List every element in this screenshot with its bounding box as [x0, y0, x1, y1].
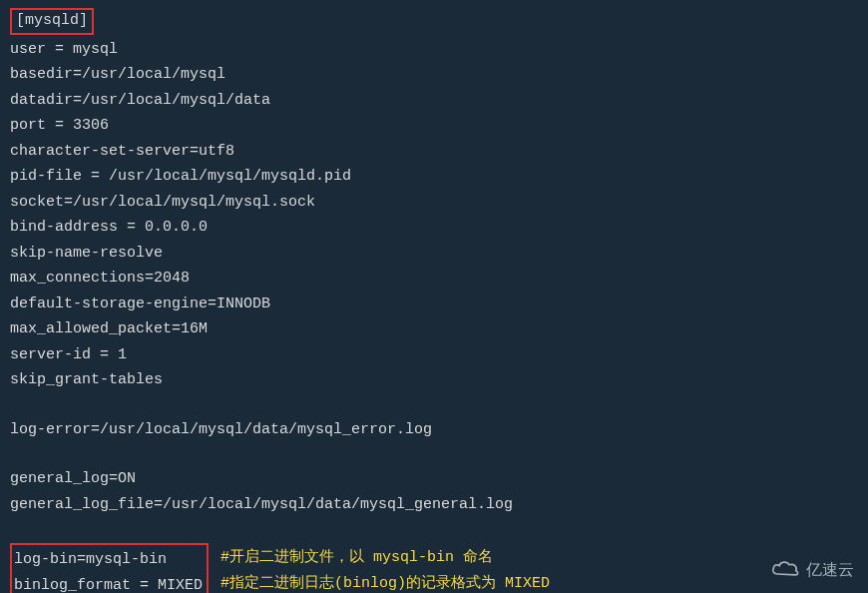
config-line: pid-file = /usr/local/mysql/mysqld.pid — [10, 164, 858, 190]
config-line: character-set-server=utf8 — [10, 139, 858, 165]
config-line: skip_grant-tables — [10, 367, 858, 393]
binlog-box: log-bin=mysql-bin binlog_format = MIXED — [10, 543, 209, 593]
watermark: 亿速云 — [770, 556, 854, 583]
comment-line: #指定二进制日志(binlog)的记录格式为 MIXED — [220, 571, 550, 594]
cloud-icon — [770, 558, 800, 580]
config-line-log-bin: log-bin=mysql-bin — [14, 547, 203, 573]
config-line-general-log: general_log=ON — [10, 466, 858, 492]
comment-line: #开启二进制文件，以 mysql-bin 命名 — [220, 545, 550, 571]
config-line: skip-name-resolve — [10, 241, 858, 267]
config-line: max_allowed_packet=16M — [10, 316, 858, 342]
blank-line — [10, 393, 858, 417]
section-header-box: [mysqld] — [10, 8, 858, 35]
section-header: [mysqld] — [10, 8, 94, 35]
config-line: port = 3306 — [10, 113, 858, 139]
config-line-log-error: log-error=/usr/local/mysql/data/mysql_er… — [10, 417, 858, 443]
config-line: datadir=/usr/local/mysql/data — [10, 88, 858, 114]
config-line-binlog-format: binlog_format = MIXED — [14, 573, 203, 594]
config-line: server-id = 1 — [10, 342, 858, 368]
config-line: default-storage-engine=INNODB — [10, 292, 858, 317]
comment-block: #开启二进制文件，以 mysql-bin 命名 #指定二进制日志(binlog)… — [220, 543, 550, 593]
config-line: socket=/usr/local/mysql/mysql.sock — [10, 190, 858, 216]
config-line-general-log-file: general_log_file=/usr/local/mysql/data/m… — [10, 492, 858, 518]
binlog-section: log-bin=mysql-bin binlog_format = MIXED … — [10, 543, 858, 593]
blank-line — [10, 517, 858, 541]
config-line: user = mysql — [10, 37, 858, 63]
config-line: bind-address = 0.0.0.0 — [10, 215, 858, 241]
watermark-text: 亿速云 — [806, 556, 854, 583]
blank-line — [10, 442, 858, 466]
config-line: max_connections=2048 — [10, 266, 858, 292]
config-line: basedir=/usr/local/mysql — [10, 62, 858, 88]
